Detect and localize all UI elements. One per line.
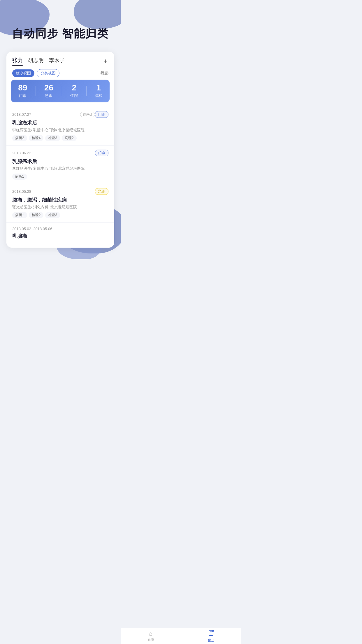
stat-emergency-label: 急诊 (45, 93, 52, 98)
tag-0-1: 检验4 (29, 135, 44, 141)
stats-bar: 89 门诊 26 急诊 2 住院 1 体检 (11, 80, 110, 102)
record-tags-2: 病历1 检验2 检查3 (12, 212, 108, 218)
record-title-3: 乳腺癌 (12, 233, 108, 239)
stat-divider-3 (86, 86, 87, 96)
record-header-0: 2018.07.27 待评价 门诊 (12, 111, 108, 118)
visit-view-button[interactable]: 就诊视图 (12, 69, 34, 77)
visit-record-2[interactable]: 2018.05.28 急诊 腹痛，腹泻，细菌性疾病 张光起医生/ 消化内科/ 北… (6, 184, 114, 223)
record-date-0: 2018.07.27 (12, 112, 78, 117)
stat-outpatient: 89 门诊 (18, 84, 27, 98)
record-title-0: 乳腺癌术后 (12, 120, 108, 126)
tab-huzhiming[interactable]: 胡志明 (28, 57, 44, 66)
stat-divider-2 (62, 86, 62, 96)
record-subtitle-1: 李红丽医生/ 乳腺中心门诊/ 北京世纪坛医院 (12, 166, 108, 171)
stat-emergency: 26 急诊 (44, 84, 53, 98)
stat-emergency-number: 26 (44, 84, 53, 92)
tag-2-0: 病历1 (12, 212, 27, 218)
record-header-2: 2018.05.28 急诊 (12, 188, 108, 195)
tabs-row: 张力 胡志明 李木子 + (6, 52, 114, 66)
record-tags-1: 病历1 (12, 174, 108, 180)
tag-1-0: 病历1 (12, 174, 27, 180)
category-view-button[interactable]: 分类视图 (37, 69, 59, 77)
visit-record-3[interactable]: 2018.05.02–2018.05.06 乳腺癌 (6, 223, 114, 242)
record-date-1: 2018.06.22 (12, 151, 95, 155)
tab-limuzi[interactable]: 李木子 (49, 57, 65, 66)
view-toggle-row: 就诊视图 分类视图 筛选 (6, 66, 114, 80)
stat-checkup-number: 1 (96, 84, 101, 92)
visit-record-1[interactable]: 2018.06.22 门诊 乳腺癌术后 李红丽医生/ 乳腺中心门诊/ 北京世纪坛… (6, 146, 114, 184)
visit-record-0[interactable]: 2018.07.27 待评价 门诊 乳腺癌术后 李红丽医生/ 乳腺中心门诊/ 北… (6, 107, 114, 146)
record-title-1: 乳腺癌术后 (12, 158, 108, 165)
record-header-3: 2018.05.02–2018.05.06 (12, 227, 108, 231)
stat-inpatient-number: 2 (72, 84, 76, 92)
stat-inpatient: 2 住院 (70, 84, 78, 98)
stat-checkup: 1 体检 (95, 84, 103, 98)
stat-outpatient-label: 门诊 (19, 93, 27, 98)
record-title-2: 腹痛，腹泻，细菌性疾病 (12, 197, 108, 203)
tag-2-2: 检查3 (45, 212, 60, 218)
record-date-2: 2018.05.28 (12, 189, 95, 194)
type-badge-1: 门诊 (95, 150, 108, 156)
tag-0-2: 检查3 (45, 135, 60, 141)
record-header-1: 2018.06.22 门诊 (12, 150, 108, 156)
tag-0-0: 病历2 (12, 135, 27, 141)
main-card: 张力 胡志明 李木子 + 就诊视图 分类视图 筛选 89 门诊 26 急诊 2 (6, 52, 114, 248)
type-badge-0: 门诊 (95, 111, 108, 118)
hero-title: 自动同步 智能归类 (12, 26, 109, 41)
stat-outpatient-number: 89 (18, 84, 27, 92)
type-badge-2: 急诊 (95, 188, 108, 195)
filter-button[interactable]: 筛选 (100, 71, 108, 76)
pending-badge-0: 待评价 (80, 112, 95, 117)
record-subtitle-0: 李红丽医生/ 乳腺中心门诊/ 北京世纪坛医院 (12, 127, 108, 133)
stat-inpatient-label: 住院 (70, 93, 78, 98)
stat-checkup-label: 体检 (95, 93, 103, 98)
record-date-3: 2018.05.02–2018.05.06 (12, 227, 108, 231)
add-tab-button[interactable]: + (102, 57, 108, 65)
record-subtitle-2: 张光起医生/ 消化内科/ 北京世纪坛医院 (12, 204, 108, 210)
tag-2-1: 检验2 (29, 212, 44, 218)
record-tags-0: 病历2 检验4 检查3 病理2 (12, 135, 108, 141)
tab-zhanglie[interactable]: 张力 (12, 57, 23, 66)
tag-0-3: 病理2 (62, 135, 77, 141)
stat-divider-1 (36, 86, 36, 96)
